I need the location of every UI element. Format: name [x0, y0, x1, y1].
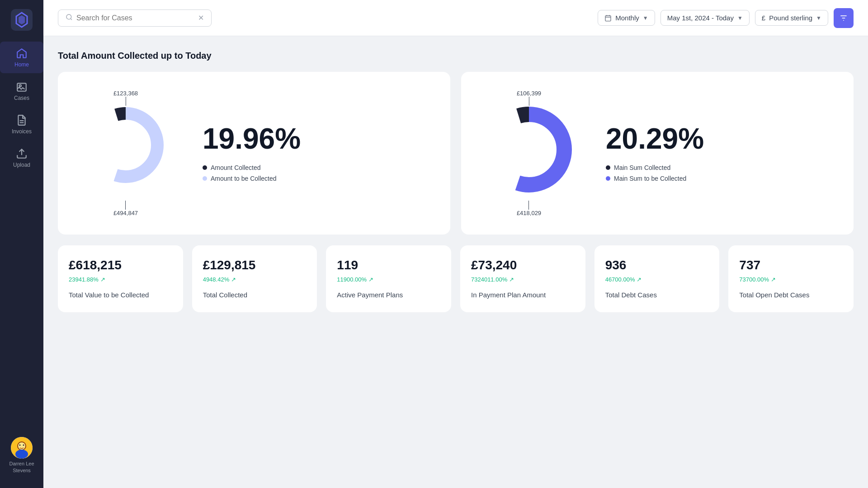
svg-point-12	[66, 14, 71, 19]
stat-change-1: 4948.42% ↗	[203, 276, 307, 283]
svg-rect-13	[605, 15, 611, 21]
sidebar-item-home[interactable]: Home	[0, 42, 43, 73]
arrow-up-icon-3: ↗	[509, 276, 514, 283]
sidebar-item-invoices[interactable]: Invoices	[0, 108, 43, 140]
svg-point-22	[101, 120, 151, 170]
date-range-chevron: ▼	[737, 15, 743, 21]
search-box[interactable]: ✕	[58, 9, 212, 27]
svg-point-10	[19, 445, 21, 446]
stat-label-5: Total Open Debt Cases	[739, 290, 843, 300]
chart-2-legend: Main Sum Collected Main Sum to be Collec…	[606, 164, 704, 182]
header: ✕ Monthly ▼ May 1st, 2024 - Today ▼ £	[43, 0, 868, 36]
currency-label: Pound sterling	[769, 14, 812, 22]
search-clear-button[interactable]: ✕	[198, 14, 204, 22]
stat-label-2: Active Payment Plans	[337, 290, 440, 300]
stat-label-1: Total Collected	[203, 290, 307, 300]
stat-value-0: £618,215	[69, 258, 172, 272]
content-area: Total Amount Collected up to Today £123,…	[43, 36, 868, 488]
stat-card-2: 119 11900.00% ↗ Active Payment Plans	[326, 245, 451, 312]
arrow-up-icon-2: ↗	[368, 276, 373, 283]
stat-label-4: Total Debt Cases	[605, 290, 709, 300]
legend-item-1: Amount Collected	[203, 164, 301, 171]
stat-label-0: Total Value to be Collected	[69, 290, 172, 300]
donut-2-wrapper: £106,399 £418,029	[479, 90, 579, 216]
invoices-icon	[15, 114, 28, 127]
sidebar: Home Cases Invo	[0, 0, 43, 488]
sidebar-item-upload[interactable]: Upload	[0, 142, 43, 174]
svg-point-2	[19, 85, 21, 87]
currency-symbol: £	[762, 14, 765, 22]
header-controls: Monthly ▼ May 1st, 2024 - Today ▼ £ Poun…	[598, 8, 854, 28]
stat-change-5: 73700.00% ↗	[739, 276, 843, 283]
monthly-chevron: ▼	[643, 15, 648, 21]
sidebar-item-invoices-label: Invoices	[12, 128, 32, 135]
legend-dot-dark-1	[203, 165, 207, 170]
sidebar-nav: Home Cases Invo	[0, 42, 43, 430]
cases-icon	[15, 80, 28, 93]
legend-item-3: Main Sum Collected	[606, 164, 704, 171]
donut-chart-2	[484, 104, 574, 195]
sidebar-item-home-label: Home	[14, 61, 29, 68]
stat-change-3: 7324011.00% ↗	[471, 276, 575, 283]
chart-card-1: £123,368 £494,847	[58, 72, 450, 235]
stats-row: £618,215 23941.88% ↗ Total Value to be C…	[58, 245, 854, 312]
stat-value-3: £73,240	[471, 258, 575, 272]
currency-chevron: ▼	[816, 15, 821, 21]
chart-card-2: £106,399 £418,029	[461, 72, 854, 235]
stat-change-0: 23941.88% ↗	[69, 276, 172, 283]
donut-1-wrapper: £123,368 £494,847	[76, 90, 175, 216]
legend-dot-light-1	[203, 176, 207, 181]
chart-1-right: 19.96% Amount Collected Amount to be Col…	[203, 124, 301, 182]
arrow-up-icon-4: ↗	[637, 276, 642, 283]
stat-value-5: 737	[739, 258, 843, 272]
donut-1-bottom-label: £494,847	[113, 201, 138, 216]
legend-dot-blue-2	[606, 176, 610, 181]
sidebar-item-cases[interactable]: Cases	[0, 75, 43, 107]
sidebar-item-upload-label: Upload	[13, 162, 30, 168]
legend-dot-dark-2	[606, 165, 610, 170]
sidebar-item-cases-label: Cases	[14, 95, 29, 101]
charts-row: £123,368 £494,847	[58, 72, 854, 235]
donut-2-bottom-label: £418,029	[517, 201, 541, 216]
upload-icon	[15, 147, 28, 160]
legend-item-2: Amount to be Collected	[203, 175, 301, 182]
user-name: Darren Lee Stevens	[4, 460, 40, 474]
app-logo	[9, 7, 34, 33]
monthly-label: Monthly	[615, 14, 639, 22]
stat-card-4: 936 46700.00% ↗ Total Debt Cases	[594, 245, 720, 312]
search-input[interactable]	[76, 14, 194, 22]
stat-card-0: £618,215 23941.88% ↗ Total Value to be C…	[58, 245, 183, 312]
stat-label-3: In Payment Plan Amount	[471, 290, 575, 300]
main-content: ✕ Monthly ▼ May 1st, 2024 - Today ▼ £	[43, 0, 868, 488]
donut-1-top-label: £123,368	[113, 90, 138, 106]
user-avatar-section[interactable]: Darren Lee Stevens	[0, 430, 43, 481]
arrow-up-icon-0: ↗	[100, 276, 105, 283]
chart-2-percentage: 20.29%	[606, 124, 704, 153]
stat-value-4: 936	[605, 258, 709, 272]
stat-card-3: £73,240 7324011.00% ↗ In Payment Plan Am…	[460, 245, 585, 312]
legend-item-4: Main Sum to be Collected	[606, 175, 704, 182]
stat-change-4: 46700.00% ↗	[605, 276, 709, 283]
stat-value-2: 119	[337, 258, 440, 272]
svg-point-11	[23, 445, 24, 446]
currency-dropdown[interactable]: £ Pound sterling ▼	[755, 10, 828, 26]
stat-card-5: 737 73700.00% ↗ Total Open Debt Cases	[728, 245, 854, 312]
donut-chart-1	[85, 104, 166, 186]
date-range-label: May 1st, 2024 - Today	[667, 14, 734, 22]
home-icon	[15, 47, 28, 60]
svg-point-8	[15, 450, 28, 459]
stat-value-1: £129,815	[203, 258, 307, 272]
chart-2-right: 20.29% Main Sum Collected Main Sum to be…	[606, 124, 704, 182]
chart-1-percentage: 19.96%	[203, 124, 301, 153]
arrow-up-icon-5: ↗	[771, 276, 776, 283]
date-range-dropdown[interactable]: May 1st, 2024 - Today ▼	[660, 10, 750, 26]
chart-1-legend: Amount Collected Amount to be Collected	[203, 164, 301, 182]
monthly-dropdown[interactable]: Monthly ▼	[598, 10, 655, 26]
stat-change-2: 11900.00% ↗	[337, 276, 440, 283]
arrow-up-icon-1: ↗	[231, 276, 236, 283]
svg-point-25	[502, 122, 556, 177]
donut-2-top-label: £106,399	[517, 90, 541, 106]
avatar	[11, 437, 33, 459]
stat-card-1: £129,815 4948.42% ↗ Total Collected	[192, 245, 317, 312]
filter-button[interactable]	[834, 8, 854, 28]
